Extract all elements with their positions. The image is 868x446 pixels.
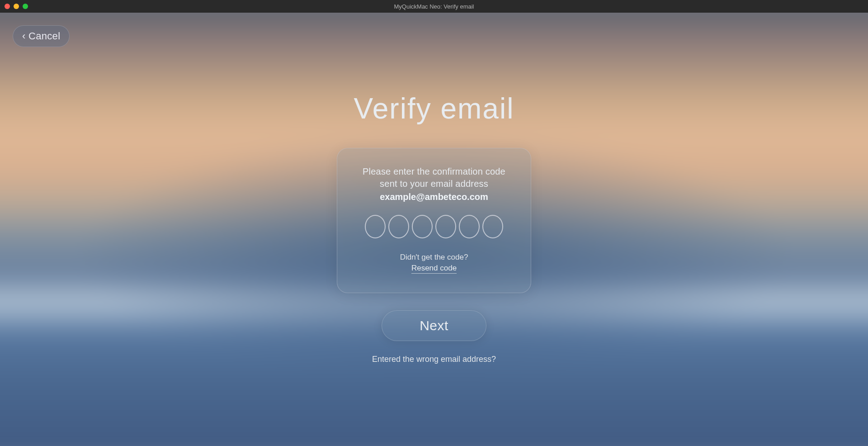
email-address: example@ambeteco.com (380, 192, 488, 202)
close-window-button[interactable] (5, 4, 10, 9)
resend-code-link[interactable]: Resend code (411, 264, 457, 274)
page-title: Verify email (354, 92, 514, 125)
instruction-line-1: Please enter the confirmation code (363, 166, 505, 176)
main-container: Verify email Please enter the confirmati… (0, 13, 868, 446)
maximize-window-button[interactable] (23, 4, 28, 9)
instruction-text: Please enter the confirmation code sent … (363, 166, 505, 190)
code-digit-4[interactable] (435, 215, 456, 238)
traffic-lights (5, 4, 28, 9)
minimize-window-button[interactable] (14, 4, 19, 9)
code-digit-5[interactable] (459, 215, 480, 238)
code-digit-2[interactable] (388, 215, 409, 238)
content-area: ‹ Cancel Verify email Please enter the c… (0, 13, 868, 446)
code-digit-6[interactable] (482, 215, 503, 238)
instruction-line-2: sent to your email address (380, 179, 488, 189)
didnt-get-code-text: Didn't get the code? (400, 253, 468, 262)
verification-card: Please enter the confirmation code sent … (337, 148, 531, 293)
wrong-email-link[interactable]: Entered the wrong email address? (372, 355, 496, 364)
titlebar: MyQuickMac Neo: Verify email (0, 0, 868, 13)
code-digit-1[interactable] (365, 215, 386, 238)
next-button[interactable]: Next (382, 310, 486, 341)
code-digit-3[interactable] (412, 215, 433, 238)
window-title: MyQuickMac Neo: Verify email (394, 3, 474, 10)
code-inputs (365, 215, 503, 238)
